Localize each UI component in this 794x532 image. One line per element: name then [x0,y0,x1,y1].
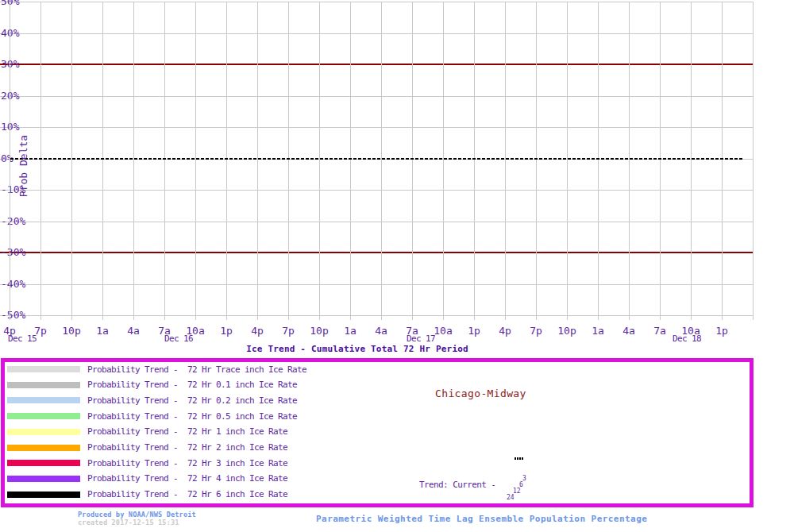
x-tick-mark [350,315,351,320]
x-tick-mark [505,315,506,320]
y-grid-line [0,315,754,316]
y-grid-line [0,222,754,222]
x-tick-label: 7a [644,326,676,336]
legend-item-label: Probability Trend - 72 Hr 3 inch Ice Rat… [87,458,287,469]
x-tick-mark [226,315,227,320]
x-tick-mark [71,315,72,320]
trend-hour-label: 24 [507,494,515,501]
x-tick-label: 1p [458,326,490,336]
x-date-label: Dec 17 [407,334,435,344]
x-tick-mark [412,315,413,320]
x-tick-label: 1p [706,326,738,336]
x-date-label: Dec 15 [8,334,37,344]
y-tick-label: -40% [1,279,25,289]
y-grid-line [0,2,754,2]
legend-color-swatch [7,397,80,403]
x-tick-label: 10p [303,326,335,336]
x-tick-label: 4p [489,326,521,336]
x-tick-mark [195,315,196,320]
x-tick-mark [288,315,289,320]
current-trend-line [10,158,742,160]
legend-item-label: Probability Trend - 72 Hr 2 inch Ice Rat… [87,442,287,453]
x-tick-mark [133,315,134,320]
x-tick-label: 1a [582,326,614,336]
x-date-label: Dec 16 [164,334,193,344]
x-tick-label: 10p [551,326,583,336]
y-tick-label: -20% [1,216,25,226]
threshold-line--30 [0,252,754,253]
x-tick-label: 4a [118,326,149,336]
legend-color-swatch [7,460,80,466]
y-grid-line [0,33,754,34]
x-tick-label: 1p [210,326,242,336]
y-grid-line [0,190,754,191]
legend-item-label: Probability Trend - 72 Hr 6 inch Ice Rat… [87,489,287,500]
legend-color-swatch [7,429,80,435]
x-tick-label: 1a [87,326,118,336]
station-label: Chicago-Midway [435,387,526,399]
x-tick-mark [102,315,103,320]
legend-color-swatch [7,492,80,498]
x-tick-label: 4a [613,326,645,336]
x-tick-mark [10,315,10,320]
x-tick-label: 10p [56,326,87,336]
x-tick-mark [753,315,754,320]
legend-color-swatch [7,366,80,372]
legend-item-label: Probability Trend - 72 Hr 0.5 inch Ice R… [87,411,297,422]
x-tick-mark [164,315,165,320]
trend-current-label: Trend: Current - [419,480,495,490]
x-tick-mark [629,315,630,320]
x-tick-label: 4p [241,326,273,336]
y-tick-label: -30% [1,247,25,257]
x-tick-mark [443,315,444,320]
legend-color-swatch [7,445,80,451]
legend-item-label: Probability Trend - 72 Hr 0.1 inch Ice R… [87,380,297,391]
produced-by-credit: Produced by NOAA/NWS Detroit [78,511,196,519]
x-tick-mark [660,315,661,320]
y-grid-line [0,96,754,97]
legend-item-label: Probability Trend - 72 Hr 1 inch Ice Rat… [87,426,287,438]
legend-color-swatch [7,476,80,482]
y-tick-label: -50% [1,310,25,320]
x-tick-label: 7p [272,326,304,336]
x-tick-mark [722,315,723,320]
legend-color-swatch [7,413,80,419]
x-tick-mark [40,315,41,320]
x-tick-label: 1a [334,326,366,336]
legend-content: Probability Trend - 72 Hr Trace inch Ice… [5,362,750,503]
y-axis-label: Prob Delta [17,135,29,197]
x-tick-mark [381,315,382,320]
x-tick-mark [319,315,320,320]
x-tick-mark [691,315,692,320]
current-trend-dotted-line-icon [515,457,524,460]
x-tick-label: 7p [520,326,552,336]
x-tick-mark [474,315,475,320]
legend-color-swatch [7,382,80,388]
legend-item-label: Probability Trend - 72 Hr 0.2 inch Ice R… [87,395,297,407]
x-tick-mark [567,315,568,320]
legend-item-label: Probability Trend - 72 Hr 4 inch Ice Rat… [87,473,287,484]
x-grid-line [753,2,754,315]
x-tick-label: 4a [365,326,397,336]
x-date-label: Dec 18 [673,334,701,344]
x-tick-mark [598,315,599,320]
legend-item-label: Probability Trend - 72 Hr Trace inch Ice… [87,364,306,376]
y-grid-line [0,284,754,285]
chart-title: Ice Trend - Cumulative Total 72 Hr Perio… [246,344,468,354]
x-tick-mark [536,315,537,320]
x-tick-mark [257,315,258,320]
threshold-line-30 [0,64,754,65]
y-grid-line [0,127,754,128]
created-timestamp: created 2017-12-15 15:31 [78,519,179,526]
legend-panel: Probability Trend - 72 Hr Trace inch Ice… [1,358,754,507]
product-description: Parametric Weighted Time Lag Ensemble Po… [316,514,647,524]
